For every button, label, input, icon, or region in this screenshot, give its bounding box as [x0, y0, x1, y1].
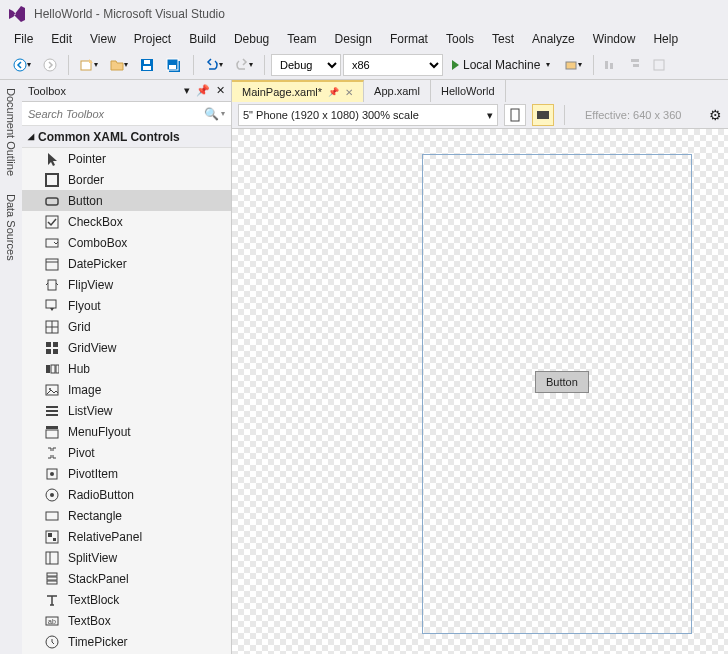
- orientation-landscape-button[interactable]: [532, 104, 554, 126]
- toolbox-item-label: Pivot: [68, 446, 95, 460]
- device-frame: Button: [422, 154, 692, 634]
- toolbox-item-button[interactable]: Button: [22, 190, 231, 211]
- undo-button[interactable]: ▾: [200, 55, 228, 75]
- nav-back-button[interactable]: ▾: [8, 55, 36, 75]
- redo-button[interactable]: ▾: [230, 55, 258, 75]
- toolbox-item-stackpanel[interactable]: StackPanel: [22, 568, 231, 589]
- toolbox-category-header[interactable]: ◢ Common XAML Controls: [22, 126, 231, 148]
- hub-icon: [44, 361, 60, 377]
- close-icon[interactable]: ✕: [216, 84, 225, 97]
- menu-project[interactable]: Project: [126, 30, 179, 48]
- svg-rect-5: [144, 60, 150, 64]
- datepicker-icon: [44, 256, 60, 272]
- toolbox-item-gridview[interactable]: GridView: [22, 337, 231, 358]
- align-button-1: [600, 56, 622, 74]
- toolbox-search-input[interactable]: [28, 108, 204, 120]
- panel-dropdown-icon[interactable]: ▾: [184, 84, 190, 97]
- menu-build[interactable]: Build: [181, 30, 224, 48]
- save-all-button[interactable]: [161, 55, 187, 75]
- left-rail: Document Outline Data Sources: [0, 80, 22, 654]
- listview-icon: [44, 403, 60, 419]
- toolbox-item-rectangle[interactable]: Rectangle: [22, 505, 231, 526]
- menu-help[interactable]: Help: [645, 30, 686, 48]
- toolbox-item-combobox[interactable]: ComboBox: [22, 232, 231, 253]
- nav-forward-button[interactable]: [38, 55, 62, 75]
- toolbox-item-pivotitem[interactable]: PivotItem: [22, 463, 231, 484]
- relativepanel-icon: [44, 529, 60, 545]
- rail-document-outline[interactable]: Document Outline: [5, 84, 17, 180]
- toolbox-item-hub[interactable]: Hub: [22, 358, 231, 379]
- close-icon[interactable]: ✕: [345, 87, 353, 98]
- align-button-2: [624, 56, 646, 74]
- design-canvas[interactable]: Button: [232, 129, 728, 654]
- toolbox-item-checkbox[interactable]: CheckBox: [22, 211, 231, 232]
- menu-debug[interactable]: Debug: [226, 30, 277, 48]
- svg-rect-31: [51, 365, 55, 373]
- toolbox-item-radiobutton[interactable]: RadioButton: [22, 484, 231, 505]
- toolbox-item-datepicker[interactable]: DatePicker: [22, 253, 231, 274]
- toolbox-search[interactable]: 🔍 ▾: [22, 102, 231, 126]
- run-button[interactable]: Local Machine▾: [445, 55, 557, 75]
- open-file-button[interactable]: ▾: [105, 55, 133, 75]
- toolbox-item-label: TextBlock: [68, 593, 119, 607]
- toolbox-item-border[interactable]: Border: [22, 169, 231, 190]
- svg-rect-30: [46, 365, 50, 373]
- toolbox-item-list: PointerBorderButtonCheckBoxComboBoxDateP…: [22, 148, 231, 654]
- menu-file[interactable]: File: [6, 30, 41, 48]
- svg-rect-15: [46, 174, 58, 186]
- textbox-icon: ab: [44, 613, 60, 629]
- save-button[interactable]: [135, 55, 159, 75]
- tab-helloworld[interactable]: HelloWorld: [431, 80, 506, 102]
- platform-dropdown[interactable]: x86: [343, 54, 443, 76]
- device-dropdown[interactable]: 5" Phone (1920 x 1080) 300% scale ▾: [238, 104, 498, 126]
- menu-view[interactable]: View: [82, 30, 124, 48]
- pin-icon[interactable]: 📌: [328, 87, 339, 97]
- toolbox-item-pivot[interactable]: Pivot: [22, 442, 231, 463]
- toolbox-item-menuflyout[interactable]: MenuFlyout: [22, 421, 231, 442]
- vs-logo-icon: [8, 5, 26, 23]
- svg-rect-48: [46, 552, 58, 564]
- rail-data-sources[interactable]: Data Sources: [5, 190, 17, 265]
- menu-test[interactable]: Test: [484, 30, 522, 48]
- toolbox-item-flipview[interactable]: FlipView: [22, 274, 231, 295]
- toolbox-item-label: CheckBox: [68, 215, 123, 229]
- menu-team[interactable]: Team: [279, 30, 324, 48]
- menu-window[interactable]: Window: [585, 30, 644, 48]
- document-tabbar: MainPage.xaml* 📌 ✕ App.xaml HelloWorld: [232, 80, 728, 102]
- svg-rect-51: [47, 577, 57, 580]
- toolbox-item-timepicker[interactable]: TimePicker: [22, 631, 231, 652]
- toolbox-item-textblock[interactable]: TextBlock: [22, 589, 231, 610]
- toolbox-item-textbox[interactable]: abTextBox: [22, 610, 231, 631]
- title-bar: HelloWorld - Microsoft Visual Studio: [0, 0, 728, 28]
- toolbox-item-flyout[interactable]: Flyout: [22, 295, 231, 316]
- pin-icon[interactable]: 📌: [196, 84, 210, 97]
- toolbox-item-relativepanel[interactable]: RelativePanel: [22, 526, 231, 547]
- design-surface[interactable]: Button: [429, 155, 691, 633]
- main-area: Document Outline Data Sources Toolbox ▾ …: [0, 80, 728, 654]
- toolbox-item-grid[interactable]: Grid: [22, 316, 231, 337]
- chevron-down-icon: ▾: [487, 109, 493, 122]
- tab-mainpage[interactable]: MainPage.xaml* 📌 ✕: [232, 80, 364, 102]
- toolbox-item-image[interactable]: Image: [22, 379, 231, 400]
- orientation-portrait-button[interactable]: [504, 104, 526, 126]
- svg-rect-11: [610, 63, 613, 69]
- svg-rect-8: [169, 65, 176, 69]
- svg-rect-39: [46, 430, 58, 438]
- svg-rect-9: [566, 62, 576, 69]
- menu-tools[interactable]: Tools: [438, 30, 482, 48]
- config-dropdown[interactable]: Debug: [271, 54, 341, 76]
- toolbox-item-pointer[interactable]: Pointer: [22, 148, 231, 169]
- toolbox-item-listview[interactable]: ListView: [22, 400, 231, 421]
- menu-format[interactable]: Format: [382, 30, 436, 48]
- gear-icon[interactable]: ⚙: [709, 107, 722, 123]
- flipview-icon: [44, 277, 60, 293]
- toolbox-item-splitview[interactable]: SplitView: [22, 547, 231, 568]
- placed-button-control[interactable]: Button: [535, 371, 589, 393]
- menu-analyze[interactable]: Analyze: [524, 30, 583, 48]
- debug-target-button[interactable]: ▾: [559, 55, 587, 75]
- menu-design[interactable]: Design: [327, 30, 380, 48]
- menu-edit[interactable]: Edit: [43, 30, 80, 48]
- svg-rect-44: [46, 512, 58, 520]
- new-project-button[interactable]: ▾: [75, 55, 103, 75]
- tab-appxaml[interactable]: App.xaml: [364, 80, 431, 102]
